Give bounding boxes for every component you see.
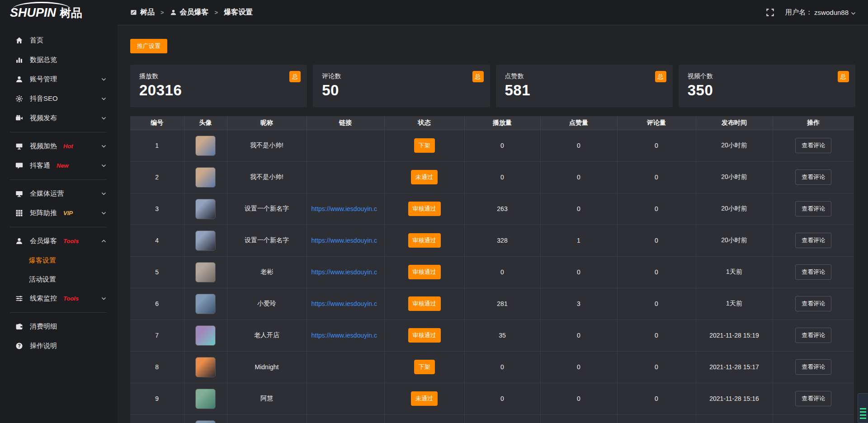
table-row: 7老人开店https://www.iesdouyin.c审核通过35002021… bbox=[130, 320, 854, 351]
avatar bbox=[195, 357, 216, 377]
promotion-settings-button[interactable]: 推广设置 bbox=[130, 39, 167, 53]
cell-avatar bbox=[184, 161, 227, 193]
sidebar-item-label: 视频加热 bbox=[30, 142, 57, 150]
cell-comments: 0 bbox=[617, 320, 696, 351]
cell-publish-time: 20小时前 bbox=[696, 130, 773, 161]
view-comments-button[interactable]: 查看评论 bbox=[795, 359, 831, 375]
cell-link[interactable]: https://www.iesdouyin.c bbox=[307, 225, 384, 256]
sidebar-item-抖音SEO[interactable]: 抖音SEO bbox=[0, 89, 118, 108]
cell-plays: 281 bbox=[464, 288, 540, 320]
stat-value: 350 bbox=[688, 82, 846, 99]
cell-status: 未通过 bbox=[384, 161, 464, 193]
cell-publish-time: 2021-11-28 15:19 bbox=[696, 320, 773, 351]
fullscreen-icon[interactable] bbox=[766, 8, 774, 17]
video-link[interactable]: https://www.iesdouyin.c bbox=[311, 205, 377, 212]
sidebar-item-会员爆客[interactable]: 会员爆客Tools bbox=[0, 231, 118, 251]
video-link[interactable]: https://www.iesdouyin.c bbox=[311, 332, 377, 339]
cell-link[interactable]: https://www.iesdouyin.c bbox=[307, 193, 384, 225]
cell-nickname: 设置一个新名字 bbox=[227, 225, 307, 256]
user-menu[interactable]: 用户名：zswodun88 bbox=[785, 8, 856, 17]
cell-nickname: 阿慧 bbox=[227, 383, 307, 414]
cell-link[interactable]: https://www.iesdouyin.c bbox=[307, 256, 384, 288]
view-comments-button[interactable]: 查看评论 bbox=[795, 169, 831, 185]
floating-widget[interactable] bbox=[858, 393, 868, 423]
cell-link[interactable]: https://www.iesdouyin.c bbox=[307, 288, 384, 320]
cell-publish-time: 20小时前 bbox=[696, 193, 773, 225]
cell-empty bbox=[227, 414, 307, 423]
sidebar-item-消费明细[interactable]: 消费明细 bbox=[0, 317, 118, 336]
cell-empty bbox=[307, 414, 384, 423]
sidebar-item-数据总览[interactable]: 数据总览 bbox=[0, 50, 118, 70]
view-comments-button[interactable]: 查看评论 bbox=[795, 233, 831, 248]
sidebar-divider bbox=[10, 312, 107, 313]
breadcrumb-item[interactable]: 树品 bbox=[130, 8, 155, 17]
sidebar-item-视频加热[interactable]: 视频加热Hot bbox=[0, 136, 118, 156]
sidebar-item-label: 视频发布 bbox=[30, 114, 57, 122]
sidebar-item-账号管理[interactable]: 账号管理 bbox=[0, 70, 118, 89]
video-link[interactable]: https://www.iesdouyin.c bbox=[311, 268, 377, 276]
chevron-down-icon bbox=[101, 163, 107, 169]
view-comments-button[interactable]: 查看评论 bbox=[795, 296, 831, 311]
sidebar-divider bbox=[10, 179, 107, 180]
view-comments-button[interactable]: 查看评论 bbox=[795, 328, 831, 343]
stat-card-点赞数: 点赞数581总 bbox=[496, 65, 673, 107]
cell-avatar bbox=[184, 288, 227, 320]
breadcrumb: 树品>会员爆客>爆客设置 bbox=[130, 8, 253, 17]
cell-nickname: 我不是小帅! bbox=[227, 130, 307, 161]
video-link[interactable]: https://www.iesdouyin.c bbox=[311, 300, 377, 307]
sliders-icon bbox=[15, 295, 23, 302]
breadcrumb-item[interactable]: 爆客设置 bbox=[224, 8, 253, 17]
gear-icon bbox=[15, 95, 23, 103]
cell-link bbox=[307, 351, 384, 383]
sidebar-item-抖客通[interactable]: 抖客通New bbox=[0, 156, 118, 175]
sidebar-item-label: 会员爆客 bbox=[30, 237, 57, 245]
avatar bbox=[195, 262, 216, 282]
chat-icon bbox=[15, 162, 23, 169]
cell-plays: 0 bbox=[464, 130, 540, 161]
floating-widget-stripes bbox=[860, 408, 866, 420]
video-link[interactable]: https://www.iesdouyin.c bbox=[311, 237, 377, 244]
logo: SHUPIN 树品 bbox=[0, 0, 118, 25]
breadcrumb-item[interactable]: 会员爆客 bbox=[170, 8, 209, 17]
username-label: 用户名： bbox=[785, 8, 812, 17]
cell-plays: 0 bbox=[464, 161, 540, 193]
status-badge-审核通过: 审核通过 bbox=[408, 265, 441, 279]
view-comments-button[interactable]: 查看评论 bbox=[795, 138, 831, 153]
breadcrumb-separator: > bbox=[160, 9, 164, 16]
stat-label: 评论数 bbox=[322, 72, 481, 80]
sidebar-item-线索监控[interactable]: 线索监控Tools bbox=[0, 289, 118, 308]
username-value: zswodun88 bbox=[814, 9, 849, 16]
monitor-icon bbox=[15, 190, 23, 197]
sidebar-item-全媒体运营[interactable]: 全媒体运营 bbox=[0, 184, 118, 203]
sidebar-subitem-active-爆客设置[interactable]: 爆客设置 bbox=[0, 251, 118, 270]
sidebar-subitem-活动设置[interactable]: 活动设置 bbox=[0, 270, 118, 289]
cell-number: 6 bbox=[130, 288, 184, 320]
sidebar-item-操作说明[interactable]: ?操作说明 bbox=[0, 336, 118, 356]
view-comments-button[interactable]: 查看评论 bbox=[795, 264, 831, 280]
cell-link[interactable]: https://www.iesdouyin.c bbox=[307, 320, 384, 351]
table-wrap: 编号头像昵称链接状态播放量点赞量评论量发布时间操作 1我不是小帅!下架00020… bbox=[130, 116, 855, 423]
view-comments-button[interactable]: 查看评论 bbox=[795, 201, 831, 216]
stats-row: 播放数20316总评论数50总点赞数581总视频个数350总 bbox=[130, 65, 855, 107]
cell-status: 未通过 bbox=[384, 383, 464, 414]
avatar bbox=[195, 136, 216, 156]
sidebar-item-矩阵助推[interactable]: 矩阵助推VIP bbox=[0, 203, 118, 223]
sidebar-item-首页[interactable]: 首页 bbox=[0, 31, 118, 50]
cell-avatar bbox=[184, 383, 227, 414]
avatar bbox=[195, 230, 216, 251]
sidebar-item-视频发布[interactable]: 视频发布 bbox=[0, 108, 118, 128]
cell-plays: 328 bbox=[464, 225, 540, 256]
sidebar-divider bbox=[10, 227, 107, 227]
cell-comments: 0 bbox=[617, 193, 696, 225]
table-row: 4设置一个新名字https://www.iesdouyin.c审核通过32810… bbox=[130, 225, 854, 256]
cell-plays: 35 bbox=[464, 320, 540, 351]
cell-status: 审核通过 bbox=[384, 320, 464, 351]
user-icon bbox=[15, 75, 23, 83]
cell-empty bbox=[773, 414, 854, 423]
cell-avatar bbox=[184, 256, 227, 288]
view-comments-button[interactable]: 查看评论 bbox=[795, 391, 831, 406]
cell-status: 审核通过 bbox=[384, 256, 464, 288]
bar-chart-icon bbox=[15, 56, 23, 64]
table-row: 9阿慧未通过0002021-11-28 15:16查看评论 bbox=[130, 383, 854, 414]
stat-card-播放数: 播放数20316总 bbox=[130, 65, 307, 107]
